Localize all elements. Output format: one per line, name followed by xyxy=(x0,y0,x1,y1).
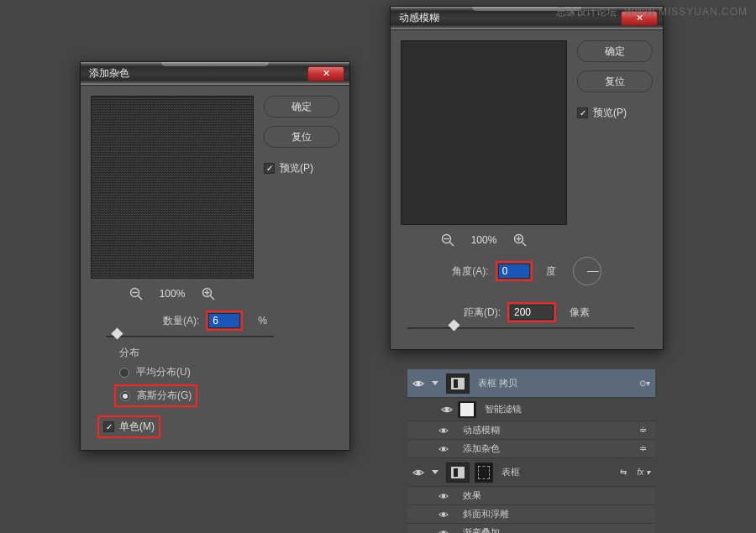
close-button[interactable]: ✕ xyxy=(307,66,344,81)
visibility-icon[interactable] xyxy=(438,527,449,534)
svg-point-24 xyxy=(442,513,444,515)
visibility-icon[interactable] xyxy=(441,404,453,415)
filter-name: 动感模糊 xyxy=(463,424,500,436)
gaussian-highlight: 高斯分布(G) xyxy=(114,384,197,407)
svg-line-4 xyxy=(211,296,215,300)
filter-motion-blur[interactable]: 动感模糊 ≑ xyxy=(407,421,655,440)
mono-highlight: ✓ 单色(M) xyxy=(97,415,160,438)
svg-point-23 xyxy=(442,494,444,497)
preview-label: 预览(P) xyxy=(280,161,313,175)
ok-button[interactable]: 确定 xyxy=(264,96,339,118)
visibility-icon[interactable] xyxy=(438,443,449,455)
preview-checkbox[interactable]: ✓ xyxy=(577,107,588,118)
watermark: 思缘设计论坛 WWW.MISSYUAN.COM xyxy=(556,5,748,19)
svg-point-18 xyxy=(442,429,444,431)
zoom-out-icon[interactable] xyxy=(441,233,454,247)
effect-bevel[interactable]: 斜面和浮雕 xyxy=(407,505,655,524)
distance-slider[interactable] xyxy=(407,327,634,329)
layer-row-frame[interactable]: 表框 ⇆ fx ▾ xyxy=(407,458,655,487)
amount-slider[interactable] xyxy=(106,336,274,337)
amount-label: 数量(A): xyxy=(163,314,199,328)
ok-button[interactable]: 确定 xyxy=(577,40,653,62)
watermark-en: WWW.MISSYUAN.COM xyxy=(624,6,748,18)
distance-label: 距离(D): xyxy=(464,306,501,320)
disclosure-icon[interactable] xyxy=(429,381,441,385)
svg-point-20 xyxy=(417,471,420,474)
noise-preview xyxy=(92,97,253,278)
amount-unit: % xyxy=(258,315,267,327)
filter-options-icon[interactable]: ≑ xyxy=(636,443,650,454)
uniform-radio[interactable]: 平均分布(U) xyxy=(119,365,333,379)
layer-name: 表框 拷贝 xyxy=(478,377,634,389)
radio-icon xyxy=(119,368,129,378)
filter-options-icon[interactable]: ≑ xyxy=(636,425,650,436)
visibility-icon[interactable] xyxy=(412,467,424,478)
angle-dial[interactable] xyxy=(573,257,601,285)
filter-badge-icon[interactable]: ⊙▾ xyxy=(639,379,650,388)
layer-thumb xyxy=(446,462,470,483)
angle-input[interactable] xyxy=(498,264,530,279)
visibility-icon[interactable] xyxy=(438,490,449,502)
svg-line-8 xyxy=(449,243,454,247)
distance-highlight xyxy=(507,302,556,322)
svg-point-14 xyxy=(417,382,420,385)
radio-icon xyxy=(120,391,130,401)
amount-highlight xyxy=(206,311,243,331)
angle-highlight xyxy=(496,261,533,281)
effect-name: 斜面和浮雕 xyxy=(463,508,509,520)
reset-button[interactable]: 复位 xyxy=(264,126,339,148)
smart-filters-row[interactable]: 智能滤镜 xyxy=(407,398,655,421)
svg-line-1 xyxy=(138,296,142,300)
filter-add-noise[interactable]: 添加杂色 ≑ xyxy=(407,440,655,458)
zoom-level: 100% xyxy=(160,288,186,300)
layer-row-frame-copy[interactable]: 表框 拷贝 ⊙▾ xyxy=(407,369,655,398)
mask-thumb xyxy=(475,462,493,483)
layers-panel: 表框 拷贝 ⊙▾ 智能滤镜 动感模糊 ≑ 添加杂色 ≑ 表框 ⇆ fx ▾ xyxy=(407,369,655,533)
link-icon[interactable]: ⇆ xyxy=(620,468,627,477)
add-noise-dialog: 添加杂色 ✕ 100% 确定 复位 ✓ 预览(P) 数量(A): xyxy=(80,61,350,451)
titlebar[interactable]: 添加杂色 ✕ xyxy=(81,62,349,86)
reset-button[interactable]: 复位 xyxy=(577,71,653,92)
uniform-label: 平均分布(U) xyxy=(136,365,191,379)
gaussian-radio[interactable]: 高斯分布(G) xyxy=(120,389,192,403)
blur-preview xyxy=(402,41,566,224)
close-icon: ✕ xyxy=(323,68,330,79)
visibility-icon[interactable] xyxy=(412,378,424,389)
mask-thumb xyxy=(458,401,476,418)
visibility-icon[interactable] xyxy=(438,509,449,520)
distribution-title: 分布 xyxy=(119,346,333,360)
angle-label: 角度(A): xyxy=(452,264,488,279)
effect-name: 渐变叠加 xyxy=(463,526,500,533)
effects-row[interactable]: 效果 xyxy=(407,487,655,505)
distance-unit: 像素 xyxy=(570,306,590,320)
distance-input[interactable] xyxy=(510,305,554,320)
effect-gradient-overlay[interactable]: 渐变叠加 xyxy=(407,524,655,533)
mono-label: 单色(M) xyxy=(119,420,155,434)
disclosure-icon[interactable] xyxy=(429,470,441,474)
svg-line-11 xyxy=(522,243,527,247)
angle-unit: 度 xyxy=(546,264,556,279)
fx-icon[interactable]: fx ▾ xyxy=(637,468,650,477)
smart-filters-label: 智能滤镜 xyxy=(485,403,650,415)
motion-blur-dialog: 动感模糊 ✕ 100% 确定 复位 ✓ 预览(P) 角度(A): xyxy=(390,6,664,350)
amount-input[interactable] xyxy=(208,313,240,328)
gaussian-label: 高斯分布(G) xyxy=(137,389,192,403)
preview-checkbox[interactable]: ✓ xyxy=(264,163,275,174)
effects-label: 效果 xyxy=(463,489,481,502)
svg-point-19 xyxy=(442,447,444,450)
dialog-title: 添加杂色 xyxy=(89,66,307,81)
layer-thumb xyxy=(446,374,470,394)
zoom-level: 100% xyxy=(471,234,497,246)
watermark-cn: 思缘设计论坛 xyxy=(556,6,617,18)
mono-checkbox[interactable]: ✓ xyxy=(103,421,114,432)
filter-name: 添加杂色 xyxy=(463,442,500,455)
zoom-out-icon[interactable] xyxy=(129,287,143,300)
zoom-in-icon[interactable] xyxy=(202,287,215,300)
svg-point-17 xyxy=(445,408,449,411)
visibility-icon[interactable] xyxy=(438,425,449,436)
svg-rect-22 xyxy=(454,468,458,477)
layer-name: 表框 xyxy=(501,466,615,478)
preview-area[interactable] xyxy=(91,96,254,279)
preview-area[interactable] xyxy=(401,40,567,225)
zoom-in-icon[interactable] xyxy=(513,233,527,247)
